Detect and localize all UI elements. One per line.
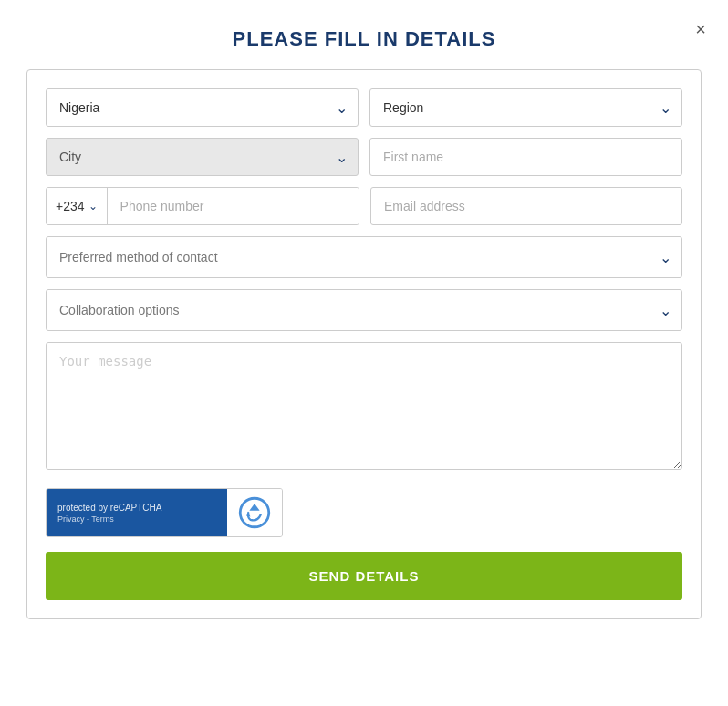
modal: PLEASE FILL IN DETAILS × Nigeria Ghana K… bbox=[0, 0, 728, 706]
phone-code-chevron-icon: ⌄ bbox=[88, 200, 98, 213]
collaboration-select[interactable]: Collaboration options Option 1 Option 2 bbox=[46, 289, 682, 331]
email-field-wrapper bbox=[370, 187, 682, 225]
collaboration-wrapper: Collaboration options Option 1 Option 2 … bbox=[46, 289, 682, 331]
contact-method-select[interactable]: Preferred method of contact Email Phone … bbox=[46, 236, 682, 278]
recaptcha-protected-label: protected by reCAPTCHA bbox=[57, 503, 216, 513]
country-select[interactable]: Nigeria Ghana Kenya bbox=[46, 88, 359, 127]
firstname-input[interactable] bbox=[369, 138, 682, 176]
region-select-wrapper: Region ⌄ bbox=[369, 88, 682, 127]
recaptcha-text-area: protected by reCAPTCHA Privacy - Terms bbox=[47, 489, 227, 536]
close-button[interactable]: × bbox=[695, 20, 706, 38]
phone-code-selector[interactable]: +234 ⌄ bbox=[47, 188, 108, 224]
phone-email-row: +234 ⌄ bbox=[46, 187, 682, 225]
recaptcha-row: protected by reCAPTCHA Privacy - Terms bbox=[46, 488, 682, 537]
city-firstname-row: City ⌄ bbox=[46, 138, 682, 176]
recaptcha-box[interactable]: protected by reCAPTCHA Privacy - Terms bbox=[46, 488, 283, 537]
country-select-wrapper: Nigeria Ghana Kenya ⌄ bbox=[46, 88, 359, 127]
message-textarea[interactable] bbox=[46, 342, 682, 470]
modal-title: PLEASE FILL IN DETAILS bbox=[233, 27, 496, 51]
city-select-wrapper: City ⌄ bbox=[46, 138, 359, 176]
form-container: Nigeria Ghana Kenya ⌄ Region ⌄ City ⌄ bbox=[26, 69, 702, 619]
country-region-row: Nigeria Ghana Kenya ⌄ Region ⌄ bbox=[46, 88, 682, 127]
svg-point-0 bbox=[240, 498, 269, 527]
recaptcha-icon bbox=[238, 496, 271, 529]
message-wrapper bbox=[46, 342, 682, 473]
firstname-field-wrapper bbox=[369, 138, 682, 176]
city-select[interactable]: City bbox=[46, 138, 359, 176]
email-input[interactable] bbox=[370, 187, 682, 225]
recaptcha-links-label: Privacy - Terms bbox=[57, 514, 216, 524]
contact-method-wrapper: Preferred method of contact Email Phone … bbox=[46, 236, 682, 278]
phone-number-input[interactable] bbox=[108, 188, 359, 224]
recaptcha-logo bbox=[227, 489, 282, 536]
send-details-button[interactable]: SEND DETAILS bbox=[46, 552, 682, 600]
phone-code-text: +234 bbox=[56, 199, 85, 213]
region-select[interactable]: Region bbox=[369, 88, 682, 127]
phone-input-group: +234 ⌄ bbox=[46, 187, 359, 225]
